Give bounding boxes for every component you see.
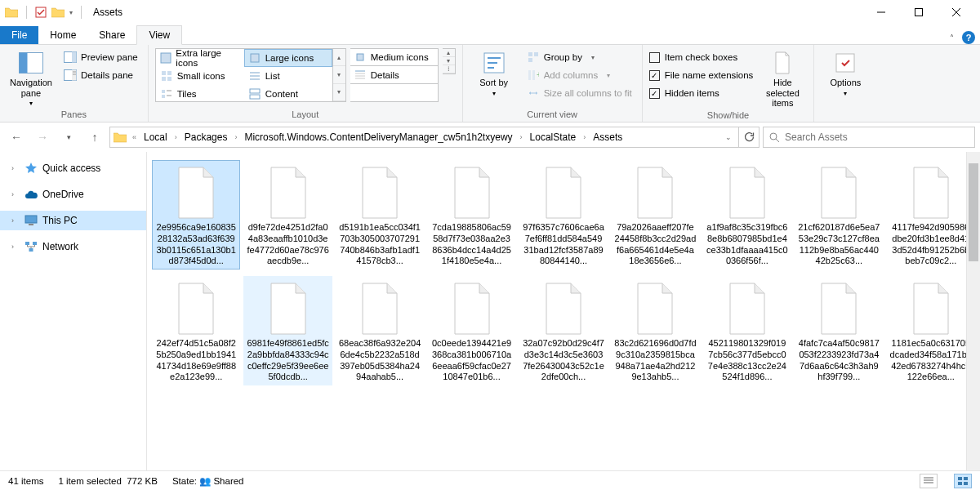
sidebar-item-quick-access[interactable]: › Quick access — [0, 158, 146, 178]
layout-tiles[interactable]: Tiles — [156, 85, 244, 103]
layout-details[interactable]: Details — [350, 66, 439, 84]
svg-rect-28 — [357, 54, 363, 60]
details-pane-button[interactable]: Details pane — [60, 66, 141, 84]
sort-by-button[interactable]: Sort by ▾ — [470, 48, 519, 97]
svg-rect-16 — [167, 71, 172, 75]
layout-list[interactable]: List — [244, 67, 332, 85]
tab-view[interactable]: View — [136, 25, 182, 45]
file-name: 6981fe49f8861ed5fc2a9bbfda84333c94cc0eff… — [247, 338, 328, 382]
file-item[interactable]: 0c0eede1394421e9368ca381b006710a6eeaa6f5… — [427, 276, 515, 385]
layout-gallery-scroll[interactable]: ▴▾▾ — [333, 48, 346, 102]
address-bar[interactable]: « Local› Packages› Microsoft.Windows.Con… — [109, 127, 739, 148]
file-item[interactable]: a1f9af8c35c319fbc68e8b6807985bd1e4ce33b1… — [703, 160, 791, 270]
options-icon — [832, 50, 858, 76]
options-button[interactable]: Options ▾ — [821, 48, 870, 97]
breadcrumb-segment[interactable]: Assets — [590, 131, 626, 143]
qat-dropdown-icon[interactable]: ▾ — [69, 9, 73, 16]
item-checkboxes-toggle[interactable]: Item check boxes — [649, 48, 754, 66]
nav-sidebar: › Quick access › OneDrive › This PC › Ne… — [0, 152, 147, 470]
sort-icon — [481, 50, 507, 76]
recent-locations-button[interactable]: ▾ — [57, 126, 80, 149]
layout-small[interactable]: Small icons — [156, 67, 244, 85]
svg-rect-56 — [964, 477, 968, 480]
file-item[interactable]: 1181ec5a0c631705dcaded34f58a171b842ed678… — [887, 276, 975, 385]
list-icon — [248, 69, 261, 82]
maximize-button[interactable] — [900, 0, 938, 24]
add-columns-button[interactable]: +Add columns▾ — [523, 66, 635, 84]
sidebar-item-onedrive[interactable]: › OneDrive — [0, 185, 146, 204]
tab-home[interactable]: Home — [38, 26, 87, 44]
file-icon — [172, 163, 220, 222]
file-item[interactable]: 4117fe942d905986dbe20fd3b1ee8d413d52d4fb… — [887, 160, 975, 270]
file-item[interactable]: 97f6357c7606cae6a7ef6ff81dd584a54931bad1… — [519, 160, 608, 270]
file-name: 68eac38f6a932e2046de4c5b2232a518d397eb05… — [339, 338, 421, 382]
file-item[interactable]: 68eac38f6a932e2046de4c5b2232a518d397eb05… — [336, 276, 424, 385]
folder-icon — [114, 131, 127, 143]
file-name: 79a2026aaeff207fe24458f8b3cc2d29adf6a665… — [614, 222, 696, 266]
qat-checkbox-icon[interactable] — [35, 7, 47, 18]
file-list[interactable]: 2e9956ca9e16083528132a53ad63f6393b0115c6… — [147, 152, 980, 470]
hide-selected-button[interactable]: Hide selected items — [758, 48, 807, 109]
close-button[interactable] — [938, 0, 975, 24]
search-input[interactable] — [785, 131, 969, 143]
svg-rect-37 — [528, 52, 532, 56]
file-item[interactable]: 21cf620187d6e5ea753e29c73c127cf8ea112b9e… — [795, 160, 883, 270]
breadcrumb-segment[interactable]: Local — [140, 131, 171, 143]
expand-icon[interactable]: › — [11, 243, 20, 251]
back-button[interactable]: ← — [5, 126, 28, 149]
layout-extra-large[interactable]: Extra large icons — [156, 49, 244, 67]
vertical-scrollbar[interactable] — [966, 152, 980, 470]
file-icon — [906, 163, 956, 222]
file-item[interactable]: 83c2d621696d0d7fd9c310a2359815bca948a71a… — [611, 276, 699, 385]
sidebar-item-this-pc[interactable]: › This PC — [0, 211, 146, 230]
tab-file[interactable]: File — [0, 26, 38, 44]
file-item[interactable]: 242ef74d51c5a08f25b250a9ed1bb194141734d1… — [152, 276, 240, 385]
forward-button[interactable]: → — [31, 126, 54, 149]
minimize-button[interactable] — [862, 0, 900, 24]
file-item[interactable]: 452119801329f0197cb56c377d5ebcc07e4e388c… — [703, 276, 791, 385]
address-dropdown-icon[interactable]: ⌄ — [720, 133, 737, 141]
file-item[interactable]: 4fafc7ca4af50c9817053f2233923fd73a47d6aa… — [795, 276, 883, 385]
search-icon — [768, 131, 780, 143]
breadcrumb-segment[interactable]: Microsoft.Windows.ContentDeliveryManager… — [241, 131, 515, 143]
file-item[interactable]: d9fe72de4251d2fa04a83eaaffb1010d3efe4772… — [243, 160, 332, 270]
hidden-items-toggle[interactable]: Hidden items — [649, 84, 754, 102]
file-item[interactable]: d5191b1ea5cc034f1703b305003707291740b846… — [336, 160, 424, 270]
layout-medium[interactable]: Medium icons — [350, 48, 439, 66]
file-item[interactable]: 79a2026aaeff207fe24458f8b3cc2d29adf6a665… — [611, 160, 699, 270]
preview-pane-button[interactable]: Preview pane — [60, 48, 141, 66]
ribbon-collapse-icon[interactable]: ˄ — [950, 33, 954, 42]
svg-rect-2 — [915, 9, 923, 16]
file-icon — [355, 279, 404, 338]
expand-icon[interactable]: › — [11, 216, 20, 225]
group-by-button[interactable]: Group by▾ — [523, 48, 635, 66]
help-icon[interactable]: ? — [962, 31, 975, 44]
file-item[interactable]: 7cda19885806ac5958d7f73e038aa2e38636b4dc… — [427, 160, 515, 270]
up-button[interactable]: ↑ — [83, 126, 106, 149]
file-item[interactable]: 2e9956ca9e16083528132a53ad63f6393b0115c6… — [152, 160, 240, 270]
file-name: 4117fe942d905986dbe20fd3b1ee8d413d52d4fb… — [890, 222, 972, 266]
expand-icon[interactable]: › — [11, 164, 20, 172]
file-item[interactable]: 32a07c92b0d29c4f7d3e3c14d3c5e36037fe2643… — [519, 276, 608, 385]
size-columns-button[interactable]: Size all columns to fit — [523, 84, 635, 102]
search-box[interactable] — [763, 127, 975, 148]
file-item[interactable]: 6981fe49f8861ed5fc2a9bbfda84333c94cc0eff… — [243, 276, 332, 385]
status-icons-view-button[interactable] — [954, 474, 972, 488]
layout-content[interactable]: Content — [244, 85, 332, 103]
svg-rect-13 — [161, 53, 171, 63]
small-icons-icon — [160, 69, 173, 82]
layout-gallery-more[interactable]: ▴▾⁞ — [443, 48, 456, 74]
tab-share[interactable]: Share — [87, 26, 136, 44]
layout-large[interactable]: Large icons — [244, 49, 332, 67]
folder-icon-small[interactable] — [51, 7, 65, 18]
status-details-view-button[interactable] — [920, 474, 938, 488]
expand-icon[interactable]: › — [11, 190, 20, 198]
breadcrumb-segment[interactable]: LocalState — [527, 131, 580, 143]
file-extensions-toggle[interactable]: File name extensions — [649, 66, 754, 84]
main-area: › Quick access › OneDrive › This PC › Ne… — [0, 152, 980, 470]
navigation-pane-button[interactable]: Navigation pane ▾ — [7, 48, 56, 107]
svg-rect-22 — [162, 90, 165, 93]
refresh-button[interactable] — [738, 127, 760, 148]
breadcrumb-segment[interactable]: Packages — [181, 131, 231, 143]
sidebar-item-network[interactable]: › Network — [0, 237, 146, 256]
